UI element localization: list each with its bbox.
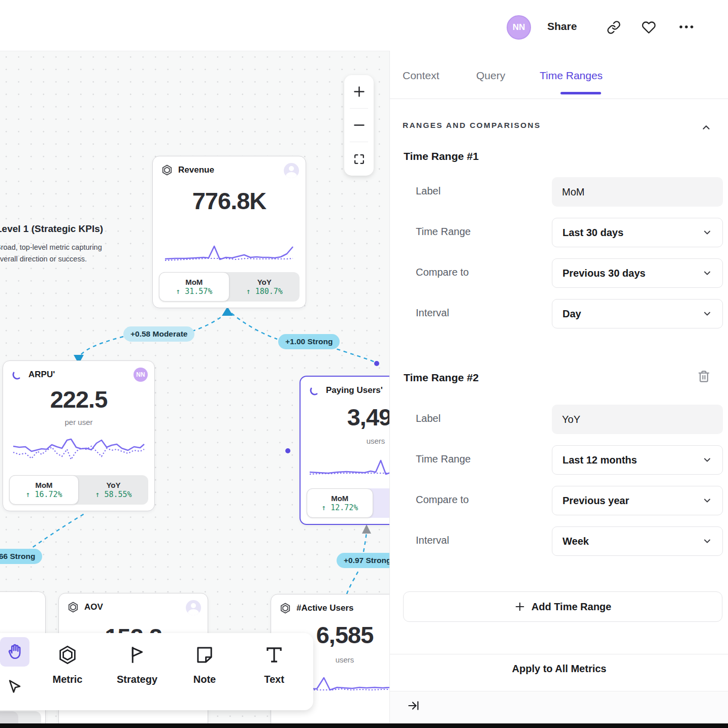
share-button[interactable]: Share <box>547 20 577 32</box>
label-input-value: MoM <box>562 186 584 198</box>
chevron-down-icon <box>702 495 712 506</box>
correlation-badge[interactable]: +1.00 Strong <box>278 334 340 349</box>
card-title: Revenue <box>178 165 214 175</box>
more-options-icon[interactable] <box>679 24 693 39</box>
tool-label: Text <box>264 674 284 685</box>
tab-delta: ↑ 12.72% <box>321 503 358 512</box>
connector-handle-dot <box>285 448 290 453</box>
metric-card-revenue[interactable]: Revenue 776.8K YoY ↑ 180.7% MoM ↑ 31.57% <box>152 156 306 308</box>
tool-note[interactable]: Note <box>177 644 233 685</box>
select-tool-button[interactable] <box>2 672 27 701</box>
hand-tool-button[interactable] <box>0 637 29 667</box>
field-label: Label <box>416 413 441 424</box>
label-input[interactable]: MoM <box>552 177 723 207</box>
user-avatar[interactable]: NN <box>507 15 531 40</box>
metric-card-arpu[interactable]: ARPU' NN 222.5 per user YoY ↑ 58.55% MoM… <box>3 360 155 511</box>
zoom-out-button[interactable] <box>344 109 374 141</box>
card-title: AOV <box>84 602 103 612</box>
fit-view-button[interactable] <box>344 142 374 176</box>
comparison-tabs: MoM ↑ 12.72% <box>307 488 389 518</box>
tab-yoy[interactable]: YoY ↑ 180.7% <box>229 272 300 302</box>
add-time-range-button[interactable]: Add Time Range <box>403 591 722 622</box>
metric-value: 3,495 <box>301 403 389 431</box>
sparkline <box>309 452 389 481</box>
label-input[interactable]: YoY <box>552 405 723 434</box>
add-time-range-label: Add Time Range <box>532 601 611 613</box>
text-icon <box>263 644 285 666</box>
collapse-panel-icon[interactable] <box>407 699 420 712</box>
owner-avatar-icon[interactable] <box>284 163 299 178</box>
favorite-heart-icon[interactable] <box>642 20 656 35</box>
comparison-tabs <box>0 711 41 723</box>
cursor-icon <box>6 678 23 695</box>
zoom-in-button[interactable] <box>344 75 374 108</box>
time-range-select[interactable]: Last 30 days <box>552 218 723 247</box>
correlation-badge[interactable]: +0.58 Moderate <box>123 326 194 342</box>
compare-to-select[interactable]: Previous 30 days <box>552 258 723 288</box>
tab-label: YoY <box>257 278 272 286</box>
correlation-badge[interactable]: +0.66 Strong <box>0 549 42 564</box>
field-label: Interval <box>416 307 449 319</box>
tab-label: MoM <box>331 494 348 503</box>
correlation-badge[interactable]: +0.97 Strong <box>337 553 389 568</box>
tab-yoy[interactable]: YoY ↑ 58.55% <box>79 475 148 505</box>
field-label: Label <box>416 185 441 197</box>
top-header: NN Share <box>0 0 728 51</box>
tab-time-ranges[interactable]: Time Ranges <box>540 70 603 82</box>
settings-panel: Context Query Time Ranges RANGES AND COM… <box>389 51 728 723</box>
field-label: Compare to <box>416 267 469 278</box>
bottom-edge-bar <box>0 723 728 728</box>
sparkline <box>164 240 295 263</box>
comparison-tabs: YoY ↑ 180.7% MoM ↑ 31.57% <box>159 272 300 302</box>
delete-time-range-trash-icon[interactable] <box>697 370 711 383</box>
interval-select[interactable]: Week <box>552 526 723 556</box>
chevron-down-icon <box>702 536 712 546</box>
panel-footer <box>390 691 728 723</box>
metric-tree-canvas[interactable]: Level 1 (Strategic KPIs) Broad, top-leve… <box>0 51 389 723</box>
tool-label: Metric <box>53 674 83 685</box>
owner-avatar-icon[interactable] <box>186 600 201 615</box>
tool-text[interactable]: Text <box>246 644 302 685</box>
owner-avatar-nn[interactable]: NN <box>134 368 148 382</box>
tab-mom[interactable]: MoM ↑ 16.72% <box>9 475 79 505</box>
link-icon[interactable] <box>607 20 621 35</box>
tool-label: Strategy <box>117 674 157 685</box>
select-value: Day <box>562 308 581 320</box>
card-title: ARPU' <box>28 370 55 380</box>
select-value: Last 30 days <box>562 227 623 239</box>
chevron-down-icon <box>702 455 712 465</box>
plus-icon <box>514 601 525 612</box>
tab-mom[interactable]: MoM ↑ 12.72% <box>307 488 373 518</box>
card-title: #Active Users <box>296 603 353 613</box>
interval-select[interactable]: Day <box>552 299 723 328</box>
field-label: Time Range <box>416 453 471 465</box>
tab-query[interactable]: Query <box>476 70 505 82</box>
tab-label: MoM <box>35 481 52 489</box>
tool-metric[interactable]: Metric <box>40 644 95 685</box>
collapse-section-chevron-icon[interactable] <box>701 122 712 133</box>
metric-arc-icon <box>11 369 23 381</box>
tab-delta: ↑ 58.55% <box>95 490 131 499</box>
tab-label: YoY <box>106 481 120 489</box>
metric-unit: users <box>301 437 389 445</box>
hand-icon <box>6 643 23 660</box>
metric-card-paying-users[interactable]: Paying Users' 3,495 users MoM ↑ 12.72% <box>300 376 389 525</box>
minus-icon <box>352 118 366 132</box>
active-tab-underline <box>560 92 601 94</box>
tab-context[interactable]: Context <box>403 70 439 82</box>
time-range-1-title: Time Range #1 <box>404 150 479 162</box>
metric-hexagon-icon <box>279 602 291 614</box>
tool-strategy[interactable]: Strategy <box>109 644 165 685</box>
time-range-select[interactable]: Last 12 months <box>552 445 723 475</box>
select-value: Previous year <box>562 495 629 507</box>
plus-icon <box>352 85 366 98</box>
metric-value: 222.5 <box>3 385 154 413</box>
metric-arc-icon <box>309 384 321 396</box>
sparkline <box>12 433 146 467</box>
tab-delta: ↑ 16.72% <box>25 490 62 499</box>
select-value: Last 12 months <box>562 454 637 466</box>
apply-all-metrics-button[interactable]: Apply to All Metrics <box>390 663 728 675</box>
metric-hexagon-icon <box>67 601 79 613</box>
compare-to-select[interactable]: Previous year <box>552 486 723 515</box>
tab-mom[interactable]: MoM ↑ 31.57% <box>159 272 229 302</box>
